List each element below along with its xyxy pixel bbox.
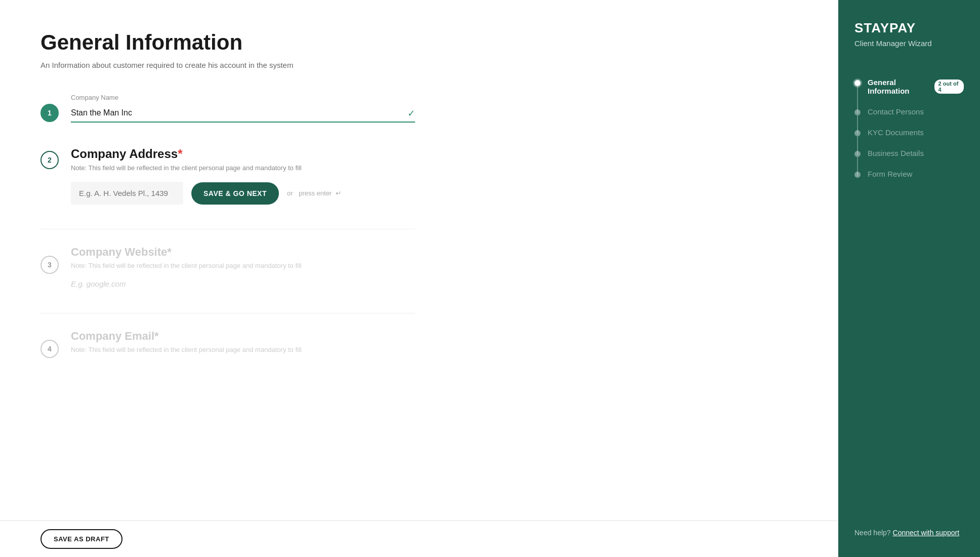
step-name-1: General Information — [868, 78, 930, 95]
company-address-note: Note: This field will be reflected in th… — [71, 164, 341, 172]
company-address-input[interactable] — [71, 182, 183, 205]
page-title: General Information — [40, 30, 415, 55]
address-input-row: SAVE & GO NEXT or press enter ↵ — [71, 182, 341, 205]
company-website-group: Company Website* Note: This field will b… — [71, 246, 415, 289]
step-number-3: 3 — [40, 256, 59, 274]
step-info-1: General Information 2 out of 4 — [868, 78, 964, 95]
brand-name: STAYPAY — [854, 20, 964, 36]
company-email-note: Note: This field will be reflected in th… — [71, 346, 415, 353]
company-name-group: Company Name ✓ — [71, 94, 415, 123]
bottom-bar: SAVE AS DRAFT — [0, 521, 838, 557]
form-container: General Information An Information about… — [0, 0, 456, 521]
step-info-5: Form Review — [868, 170, 912, 178]
wizard-step-contact-persons[interactable]: Contact Persons — [854, 101, 964, 122]
step-dot-3 — [854, 130, 861, 136]
sidebar: STAYPAY Client Manager Wizard General In… — [838, 0, 980, 557]
step-dot-1 — [854, 80, 861, 86]
company-address-heading: Company Address* — [71, 147, 341, 161]
wizard-step-general-info[interactable]: General Information 2 out of 4 — [854, 72, 964, 101]
sidebar-footer: Need help? Connect with support — [854, 519, 964, 537]
company-email-heading: Company Email* — [71, 330, 415, 343]
step-dot-5 — [854, 172, 861, 178]
step-name-4: Business Details — [868, 149, 924, 157]
company-website-note: Note: This field will be reflected in th… — [71, 262, 415, 269]
step-number-2: 2 — [40, 151, 59, 169]
wizard-step-form-review[interactable]: Form Review — [854, 164, 964, 184]
section-company-name: 1 Company Name ✓ — [40, 94, 415, 123]
save-go-next-button[interactable]: SAVE & GO NEXT — [191, 182, 279, 205]
company-name-input[interactable] — [71, 104, 415, 123]
main-content: General Information An Information about… — [0, 0, 838, 557]
step-info-4: Business Details — [868, 149, 924, 157]
step-number-4: 4 — [40, 340, 59, 358]
website-placeholder: E.g. google.com — [71, 280, 126, 288]
step-number-1: 1 — [40, 104, 59, 122]
section-company-website: 3 Company Website* Note: This field will… — [40, 246, 415, 289]
section-divider-1 — [40, 229, 415, 229]
check-icon: ✓ — [407, 108, 415, 119]
section-company-email: 4 Company Email* Note: This field will b… — [40, 330, 415, 364]
section-divider-2 — [40, 313, 415, 313]
step-info-3: KYC Documents — [868, 128, 924, 137]
footer-text: Need help? — [854, 529, 891, 537]
step-dot-2 — [854, 109, 861, 115]
step-name-2: Contact Persons — [868, 107, 924, 116]
step-dot-4 — [854, 151, 861, 157]
press-enter-hint: or press enter ↵ — [287, 189, 341, 197]
company-email-group: Company Email* Note: This field will be … — [71, 330, 415, 364]
save-draft-button[interactable]: SAVE AS DRAFT — [40, 529, 123, 549]
brand-subtitle: Client Manager Wizard — [854, 39, 964, 48]
company-website-heading: Company Website* — [71, 246, 415, 259]
step-info-2: Contact Persons — [868, 107, 924, 116]
step-name-3: KYC Documents — [868, 128, 924, 137]
website-placeholder-wrapper: E.g. google.com — [71, 280, 415, 289]
section-company-address: 2 Company Address* Note: This field will… — [40, 147, 415, 205]
wizard-steps: General Information 2 out of 4 Contact P… — [854, 72, 964, 519]
wizard-step-business-details[interactable]: Business Details — [854, 143, 964, 164]
step-badge-1: 2 out of 4 — [934, 79, 964, 94]
company-name-label: Company Name — [71, 94, 415, 101]
wizard-step-kyc-documents[interactable]: KYC Documents — [854, 122, 964, 143]
step-name-5: Form Review — [868, 170, 912, 178]
support-link[interactable]: Connect with support — [893, 529, 960, 537]
company-name-input-wrapper: ✓ — [71, 104, 415, 123]
company-address-group: Company Address* Note: This field will b… — [71, 147, 341, 205]
page-subtitle: An Information about customer required t… — [40, 61, 415, 69]
